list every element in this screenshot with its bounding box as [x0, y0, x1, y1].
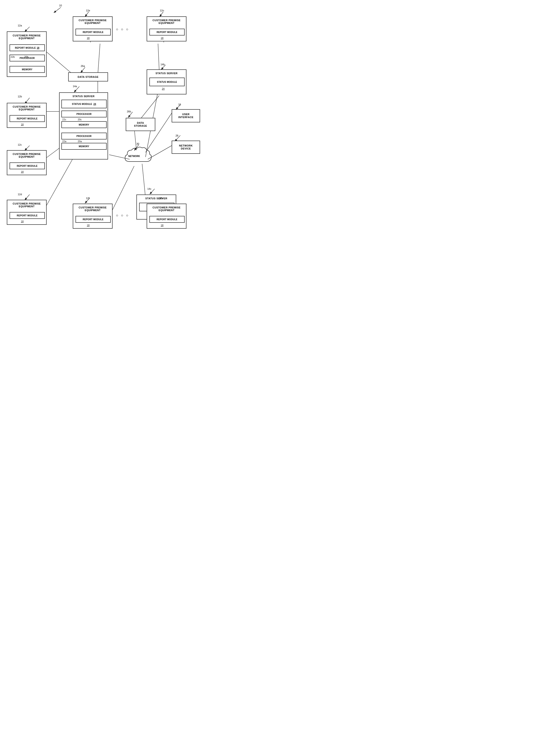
cpe-12f-title: CUSTOMER PREMISEEQUIPMENT	[74, 206, 111, 212]
cpe-12d: CUSTOMER PREMISEEQUIPMENT REPORT MODULE …	[7, 200, 47, 225]
svg-line-41	[142, 164, 146, 198]
report-module-12d: REPORT MODULE	[10, 212, 45, 219]
svg-line-45	[141, 96, 159, 118]
processor-14a-1: PROCESSOR	[61, 111, 107, 117]
user-interface: USERINTERFACE	[172, 109, 200, 122]
label-18-12c: 18	[21, 171, 24, 173]
memory-12a: MEMORY	[10, 66, 45, 73]
label-18-12x: 18	[161, 224, 164, 227]
label-22c: 22c	[62, 118, 66, 121]
report-module-12a-text: REPORT MODULE	[15, 47, 36, 49]
svg-line-0	[54, 7, 61, 13]
ref-10-label: 10	[59, 4, 62, 7]
label-28: 28	[176, 134, 178, 137]
status-module-14a-num: 24	[94, 103, 96, 105]
svg-line-3	[160, 12, 163, 16]
cpe-12c-title: CUSTOMER PREMISEEQUIPMENT	[8, 153, 45, 158]
status-server-14b: STATUS SERVER STATUS MODULE 24	[147, 69, 187, 94]
diagram: 10 12a CUSTOMER PREMISEEQUIPMENT REPORT …	[0, 0, 205, 284]
report-module-12a: REPORT MODULE 18	[10, 44, 45, 51]
dots-bottom: ○ ○ ○	[116, 213, 129, 217]
processor-14a-1-text: PROCESSOR	[76, 113, 92, 115]
label-14b: 14b	[161, 63, 165, 66]
label-14a: 14a	[73, 85, 77, 88]
report-module-12d-text: REPORT MODULE	[17, 214, 38, 217]
user-interface-text: USERINTERFACE	[178, 113, 194, 119]
processor-14a-2: PROCESSOR	[61, 133, 107, 139]
label-16: 16	[178, 103, 181, 106]
network-device-text: NETWORKDEVICE	[179, 144, 193, 150]
svg-line-34	[158, 44, 159, 69]
data-storage-26b: DATASTORAGE	[126, 118, 155, 131]
label-12d: 12d	[18, 193, 22, 196]
svg-line-7	[81, 67, 85, 72]
label-12e: 12e	[86, 9, 90, 12]
processor-14a-2-text: PROCESSOR	[76, 135, 92, 137]
label-18-12b: 18	[21, 123, 24, 126]
data-storage-26a-text: DATA STORAGE	[78, 76, 99, 78]
data-storage-26b-text: DATASTORAGE	[134, 121, 147, 127]
label-22a: 22a	[62, 140, 66, 143]
report-module-12e: REPORT MODULE	[76, 29, 111, 35]
report-module-12f-text: REPORT MODULE	[83, 218, 104, 221]
report-module-12e-text: REPORT MODULE	[83, 31, 104, 33]
cpe-12b: CUSTOMER PREMISEEQUIPMENT REPORT MODULE …	[7, 103, 47, 128]
label-12c: 12c	[18, 143, 22, 146]
label-12x: 12x	[159, 197, 163, 200]
memory-14a-2: MEMORY	[61, 143, 107, 150]
label-20c: 20c	[78, 118, 82, 121]
svg-line-37	[44, 155, 75, 209]
label-12f: 12f	[86, 197, 89, 200]
status-module-14b: STATUS MODULE	[149, 78, 185, 86]
label-20b: 20b	[24, 56, 28, 58]
status-server-14c-title: STATUS SERVER	[138, 197, 175, 200]
report-module-12c: REPORT MODULE	[10, 162, 45, 169]
status-server-14b-title: STATUS SERVER	[148, 72, 185, 75]
label-30: 30	[137, 142, 139, 145]
cpe-12x-title: CUSTOMER PREMISEEQUIPMENT	[148, 206, 185, 212]
report-module-12b: REPORT MODULE	[10, 115, 45, 122]
svg-text:NETWORK: NETWORK	[128, 155, 140, 157]
memory-12a-text: MEMORY	[22, 68, 32, 71]
svg-line-24	[25, 195, 30, 200]
data-storage-26a: DATA STORAGE	[68, 72, 108, 81]
label-18-12d: 18	[21, 220, 24, 223]
status-server-14a-title: STATUS SERVER	[61, 95, 106, 98]
memory-14a-2-text: MEMORY	[79, 145, 89, 148]
cpe-12b-title: CUSTOMER PREMISEEQUIPMENT	[8, 105, 45, 111]
svg-line-33	[98, 44, 100, 75]
svg-line-1	[25, 27, 30, 31]
label-22b: 22b	[11, 56, 15, 58]
cpe-12a-title: CUSTOMER PREMISEEQUIPMENT	[8, 34, 45, 40]
report-module-12a-num: 18	[37, 47, 39, 49]
report-module-12n: REPORT MODULE	[149, 29, 185, 35]
cpe-12a: CUSTOMER PREMISEEQUIPMENT REPORT MODULE …	[7, 31, 47, 77]
report-module-12f: REPORT MODULE	[76, 216, 111, 223]
label-20a: 20a	[78, 140, 82, 143]
dots-top: ○ ○ ○	[116, 27, 129, 31]
label-14c: 14c	[147, 187, 152, 190]
status-module-14a: STATUS MODULE 24	[61, 100, 107, 108]
label-24-14b: 24	[162, 88, 165, 90]
memory-14a-1-text: MEMORY	[79, 124, 89, 126]
label-26a: 26a	[81, 65, 85, 67]
cpe-12n-title: CUSTOMER PREMISEEQUIPMENT	[148, 19, 185, 24]
label-18-12n: 18	[161, 37, 164, 39]
label-12b: 12b	[18, 95, 22, 98]
report-module-12x: REPORT MODULE	[149, 216, 185, 223]
label-12n: 12n	[160, 9, 164, 12]
svg-line-2	[85, 12, 89, 16]
label-18-12f: 18	[87, 224, 90, 227]
cpe-12d-title: CUSTOMER PREMISEEQUIPMENT	[8, 202, 45, 208]
report-module-12n-text: REPORT MODULE	[157, 31, 178, 33]
label-18-12e: 18	[87, 37, 90, 39]
network-device: NETWORKDEVICE	[172, 141, 200, 154]
cpe-12e: CUSTOMER PREMISEEQUIPMENT REPORT MODULE …	[73, 16, 113, 41]
memory-14a-1: MEMORY	[61, 121, 107, 128]
cpe-12n: CUSTOMER PREMISEEQUIPMENT REPORT MODULE …	[147, 16, 187, 41]
report-module-12c-text: REPORT MODULE	[17, 165, 38, 167]
status-server-14a: STATUS SERVER STATUS MODULE 24 PROCESSOR…	[59, 92, 108, 159]
svg-line-22	[25, 146, 30, 150]
report-module-12x-text: REPORT MODULE	[157, 218, 178, 221]
network-cloud: NETWORK	[123, 146, 152, 166]
